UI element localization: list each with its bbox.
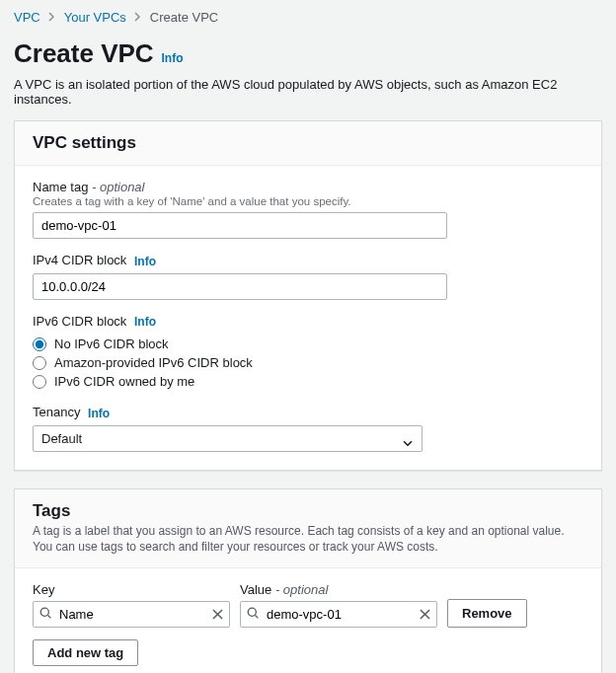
remove-tag-button[interactable]: Remove [447,599,527,628]
svg-line-1 [48,615,51,618]
optional-suffix: - optional [92,180,144,194]
chevron-right-icon [48,10,56,25]
tenancy-label: Tenancy [33,405,80,419]
svg-point-4 [248,608,256,616]
ipv6-label: IPv6 CIDR block [33,314,126,329]
tenancy-select[interactable]: Default [33,425,423,452]
info-link[interactable]: Info [162,51,184,65]
ipv6-option-none[interactable]: No IPv6 CIDR block [33,335,583,353]
panel-header: VPC settings [15,121,601,166]
name-tag-input[interactable] [33,212,447,239]
tenancy-field: Tenancy Info Default [33,405,583,452]
panel-title: VPC settings [33,133,583,153]
svg-line-5 [256,615,259,618]
svg-point-0 [40,608,48,616]
page-description: A VPC is an isolated portion of the AWS … [14,77,602,107]
chevron-right-icon [134,10,142,25]
tag-value-input[interactable] [240,601,437,628]
tag-key-input[interactable] [33,601,230,628]
name-tag-field: Name tag - optional Creates a tag with a… [33,180,583,239]
name-tag-label: Name tag [33,180,88,194]
info-link[interactable]: Info [134,315,156,329]
tag-value-label: Value [240,582,271,597]
radio-input[interactable] [33,337,46,351]
tags-description: A tag is a label that you assign to an A… [33,523,583,557]
vpc-settings-panel: VPC settings Name tag - optional Creates… [14,120,602,471]
info-link[interactable]: Info [134,255,156,268]
ipv4-label: IPv4 CIDR block [33,253,126,267]
ipv4-field: IPv4 CIDR block Info [33,253,583,300]
radio-input[interactable] [33,356,46,370]
radio-input[interactable] [33,375,46,389]
radio-label: IPv6 CIDR owned by me [54,374,194,389]
optional-suffix: - optional [275,582,328,597]
search-icon [247,607,260,623]
search-icon [39,607,52,623]
ipv6-field: IPv6 CIDR block Info No IPv6 CIDR block … [33,314,583,392]
panel-title: Tags [33,501,583,521]
ipv6-option-amazon[interactable]: Amazon-provided IPv6 CIDR block [33,353,583,372]
panel-header: Tags A tag is a label that you assign to… [15,489,601,569]
name-tag-hint: Creates a tag with a key of 'Name' and a… [33,195,583,207]
radio-label: Amazon-provided IPv6 CIDR block [54,355,253,370]
ipv6-option-owned[interactable]: IPv6 CIDR owned by me [33,372,583,391]
breadcrumb-vpc[interactable]: VPC [14,10,40,25]
clear-icon[interactable] [420,607,430,623]
breadcrumb: VPC Your VPCs Create VPC [14,10,602,25]
tag-key-label: Key [33,582,230,597]
clear-icon[interactable] [212,607,223,623]
breadcrumb-your-vpcs[interactable]: Your VPCs [64,10,126,25]
tag-row: Key Value - optional [33,582,583,628]
radio-label: No IPv6 CIDR block [54,336,169,351]
breadcrumb-current: Create VPC [150,10,218,25]
tags-panel: Tags A tag is a label that you assign to… [14,488,602,673]
page-title: Create VPC [14,38,154,69]
ipv4-input[interactable] [33,273,447,300]
info-link[interactable]: Info [88,407,110,420]
add-tag-button[interactable]: Add new tag [33,639,138,666]
